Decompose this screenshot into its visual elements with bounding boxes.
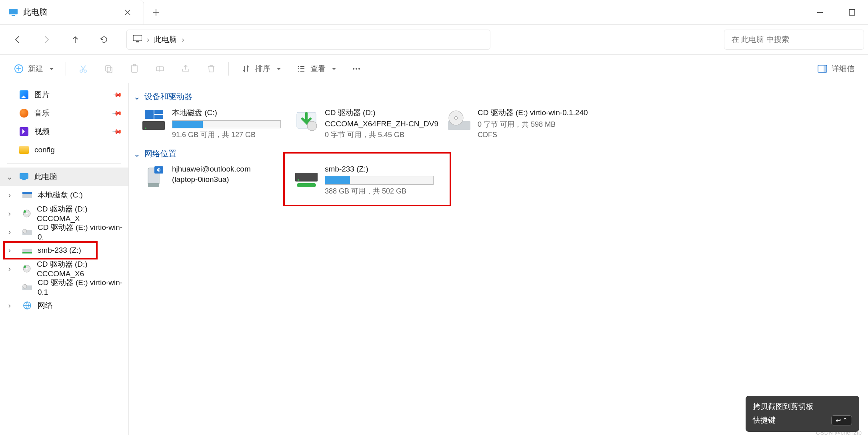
scissors-icon	[78, 64, 88, 74]
tile-local-disk-c[interactable]: 本地磁盘 (C:) 91.6 GB 可用，共 127 GB	[138, 106, 290, 141]
svg-point-23	[26, 213, 28, 214]
devices-grid: 本地磁盘 (C:) 91.6 GB 可用，共 127 GB CD 驱动器 (D:…	[133, 106, 864, 141]
paste-button[interactable]	[123, 59, 146, 78]
share-icon	[180, 64, 191, 74]
chevron-right-icon[interactable]: ›	[6, 246, 14, 255]
tile-media-server[interactable]: hjhuawei@outlook.com (laptop-0iion3ua)	[138, 163, 290, 198]
svg-point-44	[454, 116, 458, 120]
svg-point-14	[356, 68, 357, 70]
pin-icon: 📌	[112, 89, 123, 100]
sidebar-network[interactable]: ›网络	[0, 296, 128, 315]
sidebar-drive-e2[interactable]: CD 驱动器 (E:) virtio-win-0.1	[0, 278, 128, 296]
svg-point-31	[24, 265, 26, 268]
this-pc-path-icon	[133, 35, 142, 44]
svg-point-33	[23, 284, 27, 288]
svg-rect-39	[154, 115, 163, 119]
toast-notification: 拷贝截图到剪切板 快捷键 ↩ ⌃	[746, 396, 859, 432]
keyboard-shortcut: ↩ ⌃	[831, 415, 852, 425]
new-tab-button[interactable]	[144, 0, 168, 24]
section-network-header[interactable]: ⌄网络位置	[134, 148, 863, 159]
ellipsis-icon	[351, 64, 362, 74]
window-tab[interactable]: 此电脑	[0, 0, 144, 24]
breadcrumb[interactable]: › 此电脑 ›	[126, 30, 490, 50]
chevron-right-icon[interactable]: ›	[6, 264, 14, 273]
tile-dvd-e[interactable]: CD 驱动器 (E:) virtio-win-0.1.240 0 字节 可用，共…	[444, 106, 595, 141]
sidebar-drive-d[interactable]: ›CD 驱动器 (D:) CCCOMA_X	[0, 204, 128, 223]
sidebar-drive-d2[interactable]: ›CD 驱动器 (D:) CCCOMA_X6	[0, 259, 128, 278]
minimize-button[interactable]	[804, 0, 836, 24]
details-pane-icon	[817, 64, 828, 74]
sort-button[interactable]: 排序	[234, 59, 287, 78]
svg-rect-8	[106, 66, 110, 71]
details-pane-button[interactable]: 详细信	[811, 59, 861, 78]
divider	[7, 163, 121, 164]
refresh-button[interactable]	[90, 30, 118, 50]
up-button[interactable]	[62, 30, 89, 50]
pictures-icon	[19, 90, 29, 100]
sidebar-drive-c[interactable]: ›本地磁盘 (C:)	[0, 186, 128, 204]
rename-button[interactable]	[148, 59, 172, 78]
usage-bar	[325, 176, 434, 185]
copy-button[interactable]	[97, 59, 120, 78]
search-input[interactable]	[732, 35, 856, 44]
svg-point-26	[23, 229, 27, 233]
back-button[interactable]	[4, 30, 31, 50]
svg-point-36	[145, 128, 146, 129]
sidebar-item-videos[interactable]: 视频📌	[0, 122, 128, 141]
sidebar-drive-e[interactable]: ›CD 驱动器 (E:) virtio-win-0.	[0, 223, 128, 241]
search-box[interactable]	[724, 30, 864, 50]
dvd-drive-icon	[22, 227, 32, 237]
usage-bar	[172, 120, 281, 128]
window-controls	[804, 0, 868, 24]
forward-button[interactable]	[33, 30, 60, 50]
sidebar-drive-z[interactable]: ›smb-233 (Z:)	[0, 241, 128, 259]
chevron-right-icon: ›	[147, 35, 149, 44]
sidebar-item-pictures[interactable]: 图片📌	[0, 86, 128, 104]
share-button[interactable]	[174, 59, 197, 78]
music-icon	[19, 108, 29, 118]
svg-point-15	[358, 68, 360, 70]
trash-icon	[206, 64, 216, 74]
delete-button[interactable]	[200, 59, 223, 78]
view-button[interactable]: 查看	[290, 59, 342, 78]
svg-rect-4	[136, 41, 139, 42]
svg-rect-46	[148, 183, 159, 187]
svg-rect-28	[22, 252, 32, 253]
svg-rect-2	[849, 10, 855, 15]
chevron-right-icon[interactable]: ›	[6, 209, 14, 218]
chevron-right-icon[interactable]: ›	[6, 191, 14, 200]
rename-icon	[155, 64, 165, 74]
view-icon	[296, 64, 306, 74]
tile-dvd-d[interactable]: CD 驱动器 (D:) CCCOMA_X64FRE_ZH-CN_DV9 0 字节…	[291, 106, 442, 141]
sort-icon	[241, 64, 251, 74]
svg-point-13	[353, 68, 354, 70]
chevron-right-icon[interactable]: ›	[6, 301, 14, 310]
cut-button[interactable]	[72, 59, 95, 78]
dvd-install-icon	[294, 108, 319, 133]
dvd-drive-icon	[446, 108, 472, 133]
chevron-right-icon[interactable]: ›	[6, 227, 14, 236]
tab-close-button[interactable]	[120, 5, 135, 20]
media-server-icon	[141, 165, 166, 190]
breadcrumb-segment[interactable]: 此电脑	[154, 34, 177, 45]
network-icon	[22, 301, 32, 310]
navigation-pane: 图片📌 音乐📌 视频📌 config ⌄ 此电脑 ›本地磁盘 (C:) ›CD …	[0, 83, 129, 435]
video-icon	[19, 127, 29, 136]
section-devices-header[interactable]: ⌄设备和驱动器	[134, 91, 863, 102]
svg-rect-3	[133, 35, 142, 41]
new-button[interactable]: 新建	[7, 59, 60, 78]
sidebar-item-music[interactable]: 音乐📌	[0, 104, 128, 122]
svg-rect-38	[154, 110, 163, 114]
sidebar-item-config[interactable]: config	[0, 141, 128, 159]
tile-smb-z[interactable]: smb-233 (Z:) 388 GB 可用，共 502 GB	[291, 163, 442, 198]
copy-icon	[104, 64, 114, 74]
dvd-drive-icon	[22, 282, 32, 292]
chevron-down-icon[interactable]: ⌄	[6, 172, 14, 182]
sidebar-this-pc[interactable]: ⌄ 此电脑	[0, 168, 128, 186]
close-icon	[124, 9, 131, 16]
svg-rect-17	[824, 65, 827, 72]
svg-rect-20	[22, 194, 32, 198]
svg-rect-37	[145, 110, 154, 119]
more-button[interactable]	[345, 59, 368, 78]
maximize-button[interactable]	[836, 0, 868, 24]
